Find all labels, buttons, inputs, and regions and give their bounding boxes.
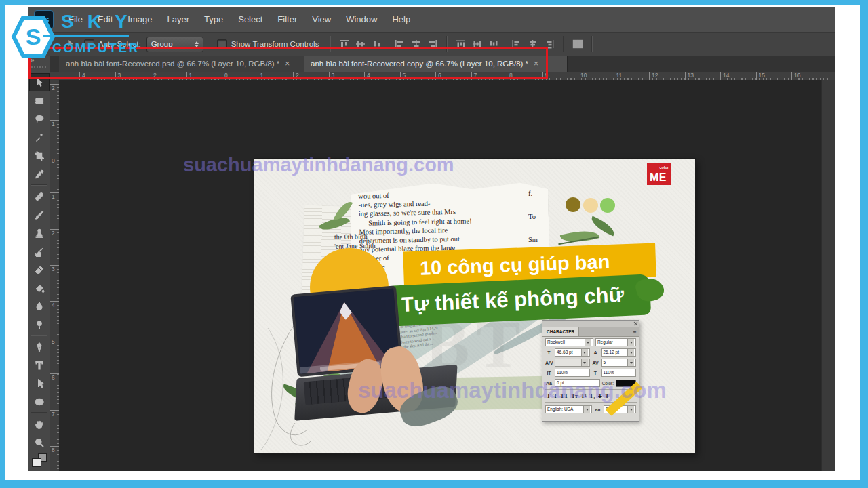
lasso-tool[interactable] [29, 110, 50, 128]
menu-item[interactable]: View [304, 7, 338, 32]
healing-brush-tool[interactable] [29, 187, 50, 205]
ruler-number: 7 [50, 410, 59, 446]
newspaper-word: Sm [528, 236, 555, 243]
zoom-tool[interactable] [29, 433, 50, 451]
move-tool[interactable] [29, 73, 50, 92]
align-left-edges-icon[interactable] [392, 37, 408, 52]
ruler-number: 16 [791, 72, 827, 80]
menu-item[interactable]: Layer [160, 7, 197, 32]
dodge-tool[interactable] [29, 315, 50, 333]
tracking-value: 5 [601, 359, 637, 367]
align-vertical-centers-icon[interactable] [353, 37, 369, 52]
align-top-edges-icon[interactable] [336, 37, 353, 52]
eyedropper-tool[interactable] [29, 165, 50, 183]
show-transform-label: Show Transform Controls [231, 40, 319, 48]
distribute-left-edges-icon[interactable] [509, 37, 525, 52]
pen-tool[interactable] [29, 338, 50, 356]
ruler-number: 13 [685, 72, 721, 80]
ruler-number: 3 [50, 265, 59, 301]
type-tool[interactable] [29, 356, 50, 374]
dock-collapse-icon[interactable]: » [31, 56, 35, 64]
auto-align-layers-icon[interactable] [570, 37, 586, 52]
align-bottom-edges-icon[interactable] [369, 37, 385, 52]
document-tab-1[interactable]: anh bìa bài font-Recovered.psd @ 66.7% (… [59, 56, 311, 72]
ruler-number: 0 [50, 157, 59, 192]
color-swatches[interactable] [32, 453, 47, 467]
style-button: T [553, 392, 557, 399]
artwork-character-panel: CHARACTER ≣ Rockwell Regular T 46.68 pt … [542, 320, 639, 422]
dock-grip[interactable] [31, 66, 47, 68]
canvas-viewport[interactable]: wou out of-ues, grey wigs and read-ing g… [59, 80, 835, 471]
document-canvas[interactable]: wou out of-ues, grey wigs and read-ing g… [254, 159, 695, 453]
distribute-horizontal-centers-icon[interactable] [525, 37, 541, 52]
show-transform-checkbox[interactable] [217, 39, 227, 49]
menu-items: FileEditImageLayerTypeSelectFilterViewWi… [61, 7, 418, 32]
style-button: T¹ [581, 392, 587, 399]
menu-item[interactable]: Select [231, 7, 270, 32]
color-label: Color: [602, 381, 614, 386]
panel-tab-strip: CHARACTER ≣ [542, 327, 639, 337]
auto-select-mode-dropdown[interactable]: Group [146, 37, 203, 52]
colorme-small-text: color [660, 165, 669, 169]
ruler-number: 0 [222, 72, 258, 80]
move-tool-preset-icon[interactable] [62, 37, 79, 52]
clone-stamp-tool[interactable] [29, 224, 50, 242]
menu-item[interactable]: Help [384, 7, 418, 32]
tab-close-icon[interactable]: × [534, 56, 538, 72]
rectangular-marquee-tool[interactable] [29, 92, 50, 110]
tab-title: anh bìa bài font-Recovered.psd @ 66.7% (… [66, 56, 279, 72]
distribute-vertical-centers-icon[interactable] [469, 37, 486, 52]
document-tab-bar: anh bìa bài font-Recovered.psd @ 66.7% (… [50, 56, 835, 72]
menu-item[interactable]: Edit [90, 7, 120, 32]
screenshot-frame: Ps FileEditImageLayerTypeSelectFilterVie… [0, 0, 868, 488]
crop-tool[interactable] [29, 146, 50, 165]
ellipse-shape-tool[interactable] [29, 392, 50, 411]
document-tab-2[interactable]: anh bìa bài font-Recovered copy @ 66.7% … [304, 56, 568, 72]
style-button: Tт [571, 392, 578, 399]
distribute-right-edges-icon[interactable] [541, 37, 557, 52]
menu-item[interactable]: Window [338, 7, 384, 32]
newspaper-word: f. [528, 190, 555, 197]
ruler-number: 3 [329, 72, 365, 80]
vertical-scrollbar[interactable] [821, 80, 835, 471]
artwork-laptop [285, 271, 467, 431]
ruler-number: 6 [435, 72, 471, 80]
ruler-number: 8 [50, 446, 59, 471]
magic-wand-tool[interactable] [29, 128, 50, 146]
font-size-value: 46.68 pt [555, 348, 590, 357]
align-right-edges-icon[interactable] [425, 37, 441, 52]
vertical-ruler[interactable]: 21012345678 [50, 80, 60, 471]
tool-options-bar: Auto-Select: Group Show Transform Contro… [28, 33, 835, 56]
foreground-color-swatch[interactable] [32, 458, 41, 467]
vertical-scale-value: 110% [555, 369, 590, 377]
ruler-number: 15 [756, 72, 792, 80]
brush-tool[interactable] [29, 205, 50, 224]
menu-item[interactable]: Filter [270, 7, 304, 32]
photoshop-window: Ps FileEditImageLayerTypeSelectFilterVie… [28, 7, 835, 471]
antialias-icon: aa [594, 407, 601, 412]
baseline-shift-icon: Aa [545, 381, 553, 386]
menu-item[interactable]: File [61, 7, 90, 32]
ruler-number: 5 [400, 72, 436, 80]
menu-item[interactable]: Image [120, 7, 159, 32]
history-brush-tool[interactable] [29, 242, 50, 260]
ruler-number: 1 [50, 192, 59, 228]
auto-select-checkbox[interactable] [84, 39, 94, 49]
blur-tool[interactable] [29, 297, 50, 315]
path-selection-tool[interactable] [29, 374, 50, 392]
distribute-bottom-edges-icon[interactable] [486, 37, 502, 52]
panel-minibar [542, 321, 639, 327]
colorme-big-text: ME [650, 171, 667, 184]
ruler-number: 4 [79, 72, 115, 80]
hand-tool[interactable] [29, 415, 50, 433]
auto-select-mode-value: Group [151, 40, 173, 48]
align-horizontal-centers-icon[interactable] [408, 37, 425, 52]
tab-close-icon[interactable]: × [285, 56, 290, 72]
distribute-top-edges-icon[interactable] [453, 37, 469, 52]
eraser-tool[interactable] [29, 260, 50, 279]
menu-item[interactable]: Type [197, 7, 231, 32]
paint-bucket-tool[interactable] [29, 279, 50, 297]
style-button: Ŧ [605, 392, 609, 399]
ruler-number: 10 [578, 72, 614, 80]
ruler-number: 4 [364, 72, 400, 80]
